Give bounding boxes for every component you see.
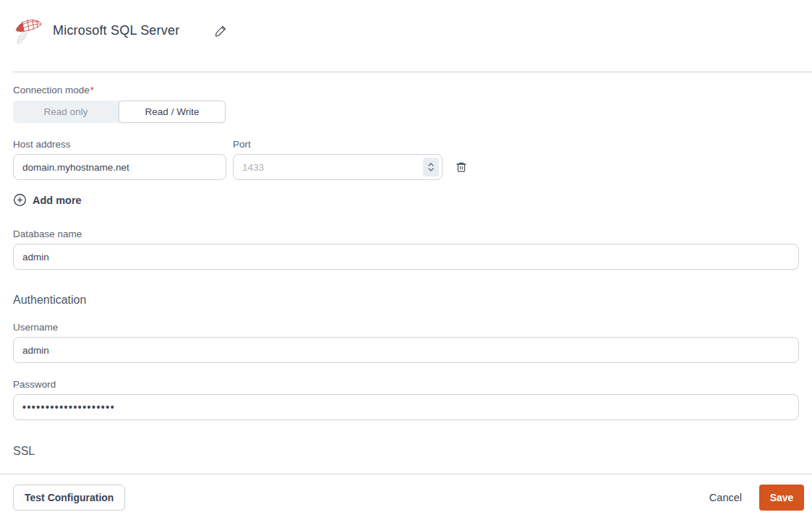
add-more-label: Add more — [33, 195, 82, 206]
trash-icon — [455, 161, 468, 174]
host-address-input[interactable] — [13, 154, 226, 180]
connection-mode-label-text: Connection mode — [13, 85, 90, 95]
password-label: Password — [13, 378, 799, 391]
save-button[interactable]: Save — [759, 485, 804, 511]
connection-mode-toggle: Read only Read / Write — [13, 101, 226, 123]
port-input[interactable] — [233, 154, 443, 180]
page-header: Microsoft SQL Server — [0, 0, 812, 45]
connection-form: Connection mode* Read only Read / Write … — [0, 84, 812, 458]
plus-circle-icon — [13, 193, 27, 207]
username-label: Username — [13, 321, 799, 333]
required-asterisk: * — [90, 85, 94, 95]
password-input[interactable] — [13, 394, 799, 420]
database-name-label: Database name — [13, 228, 799, 240]
host-port-row: Host address Port — [13, 138, 799, 180]
connection-settings-page: Microsoft SQL Server Connection mode* Re… — [0, 0, 812, 520]
header-divider — [13, 72, 812, 72]
read-only-option[interactable]: Read only — [13, 101, 119, 123]
page-title: Microsoft SQL Server — [53, 23, 179, 38]
add-more-button[interactable]: Add more — [13, 193, 82, 207]
username-input[interactable] — [13, 337, 799, 363]
pencil-icon — [214, 24, 228, 38]
read-write-option[interactable]: Read / Write — [119, 101, 226, 123]
test-configuration-button[interactable]: Test Configuration — [13, 485, 125, 511]
chevron-up-down-icon — [427, 161, 435, 173]
form-footer: Test Configuration Cancel Save — [0, 474, 812, 520]
ssl-heading: SSL — [13, 445, 799, 458]
port-label: Port — [233, 138, 443, 150]
cancel-button[interactable]: Cancel — [709, 492, 742, 503]
remove-host-button[interactable] — [455, 161, 468, 174]
database-name-input[interactable] — [13, 244, 799, 270]
edit-title-button[interactable] — [214, 24, 228, 38]
authentication-heading: Authentication — [13, 294, 799, 307]
host-address-label: Host address — [13, 138, 226, 150]
connection-mode-label: Connection mode* — [13, 84, 799, 96]
sql-server-logo — [14, 16, 42, 45]
port-stepper[interactable] — [423, 158, 439, 176]
